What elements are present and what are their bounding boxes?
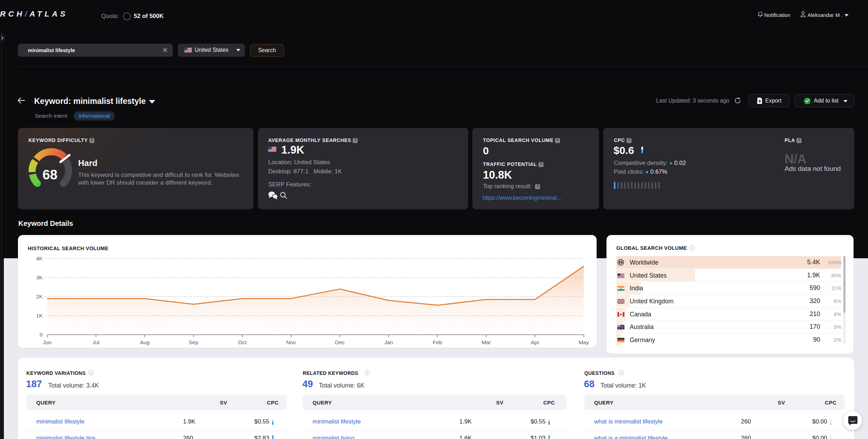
svg-text:Oct: Oct bbox=[238, 339, 247, 345]
svg-text:May: May bbox=[579, 339, 589, 345]
svg-text:4K: 4K bbox=[36, 255, 43, 261]
svg-text:Mar: Mar bbox=[482, 339, 491, 345]
svg-text:3K: 3K bbox=[36, 274, 43, 280]
svg-text:1K: 1K bbox=[36, 313, 43, 319]
svg-text:Feb: Feb bbox=[433, 339, 442, 345]
svg-text:Dec: Dec bbox=[335, 339, 345, 345]
svg-text:Apr: Apr bbox=[531, 339, 539, 345]
svg-text:Sep: Sep bbox=[189, 339, 199, 345]
svg-text:0: 0 bbox=[40, 332, 43, 338]
svg-text:Nov: Nov bbox=[286, 339, 296, 345]
svg-text:Jan: Jan bbox=[384, 339, 393, 345]
svg-text:Jun: Jun bbox=[43, 339, 52, 345]
svg-text:Aug: Aug bbox=[140, 339, 150, 345]
svg-text:2K: 2K bbox=[36, 293, 43, 299]
svg-text:Jul: Jul bbox=[93, 339, 100, 345]
